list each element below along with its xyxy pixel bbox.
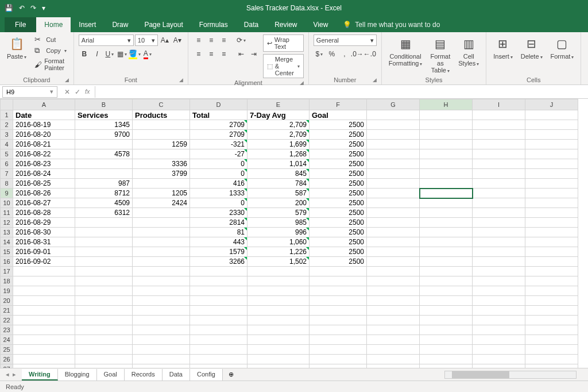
- cell-J16[interactable]: [525, 257, 578, 267]
- cell-C18[interactable]: [133, 276, 190, 286]
- cell-E27[interactable]: [247, 364, 310, 368]
- cell-A21[interactable]: [13, 306, 75, 316]
- cell-I19[interactable]: [473, 286, 525, 296]
- column-header-H[interactable]: H: [420, 99, 473, 110]
- align-right-button[interactable]: ≡: [218, 48, 230, 60]
- cell-E20[interactable]: [247, 296, 310, 306]
- autosum-button[interactable]: ΣAuto: [586, 34, 588, 44]
- align-top-button[interactable]: ≡: [193, 34, 204, 46]
- cell-G24[interactable]: [367, 335, 420, 345]
- cell-B21[interactable]: [75, 306, 133, 316]
- row-header-2[interactable]: 2: [1, 120, 13, 130]
- cell-E5[interactable]: 1,268: [247, 149, 310, 159]
- row-header-23[interactable]: 23: [1, 325, 13, 335]
- cell-D16[interactable]: 3266: [190, 257, 247, 267]
- cell-F11[interactable]: 2500: [310, 208, 367, 218]
- cell-J27[interactable]: [525, 364, 578, 368]
- cell-J11[interactable]: [525, 208, 578, 218]
- row-header-1[interactable]: 1: [1, 110, 13, 120]
- cell-A7[interactable]: 2016-08-24: [13, 169, 75, 179]
- cell-H19[interactable]: [420, 286, 473, 296]
- cell-H22[interactable]: [420, 316, 473, 325]
- cell-F8[interactable]: 2500: [310, 179, 367, 189]
- cell-H12[interactable]: [420, 218, 473, 228]
- cell-D9[interactable]: 1333: [190, 189, 247, 198]
- cell-B11[interactable]: 6312: [75, 208, 133, 218]
- cell-F21[interactable]: [310, 306, 367, 316]
- cell-B25[interactable]: [75, 345, 133, 355]
- cell-I2[interactable]: [473, 120, 525, 130]
- cell-C4[interactable]: 1259: [133, 140, 190, 149]
- cell-C12[interactable]: [133, 218, 190, 228]
- name-box[interactable]: H9▾: [2, 86, 57, 98]
- cell-G23[interactable]: [367, 325, 420, 335]
- increase-decimal-button[interactable]: .0→: [351, 48, 363, 60]
- cell-E14[interactable]: 1,060: [247, 237, 310, 247]
- cell-I20[interactable]: [473, 296, 525, 306]
- cell-E10[interactable]: 200: [247, 198, 310, 208]
- cell-A24[interactable]: [13, 335, 75, 345]
- cell-B16[interactable]: [75, 257, 133, 267]
- cell-E13[interactable]: 996: [247, 228, 310, 237]
- row-header-10[interactable]: 10: [1, 198, 13, 208]
- cell-F13[interactable]: 2500: [310, 228, 367, 237]
- cell-F4[interactable]: 2500: [310, 140, 367, 149]
- cell-I3[interactable]: [473, 130, 525, 140]
- cell-I25[interactable]: [473, 345, 525, 355]
- cell-E6[interactable]: 1,014: [247, 159, 310, 169]
- cell-H1[interactable]: [420, 110, 473, 120]
- cell-J2[interactable]: [525, 120, 578, 130]
- cell-G19[interactable]: [367, 286, 420, 296]
- cell-F1[interactable]: Goal: [310, 110, 367, 120]
- font-color-button[interactable]: A: [142, 48, 153, 60]
- cell-C22[interactable]: [133, 316, 190, 325]
- number-launcher[interactable]: ◢: [373, 77, 377, 83]
- font-size-combo[interactable]: 10▾: [135, 34, 158, 46]
- cell-J3[interactable]: [525, 130, 578, 140]
- cell-B4[interactable]: [75, 140, 133, 149]
- cell-B18[interactable]: [75, 276, 133, 286]
- cell-B8[interactable]: 987: [75, 179, 133, 189]
- cell-G4[interactable]: [367, 140, 420, 149]
- cell-C25[interactable]: [133, 345, 190, 355]
- merge-center-button[interactable]: ⬚Merge & Center: [263, 54, 304, 78]
- cell-H6[interactable]: [420, 159, 473, 169]
- cell-F16[interactable]: 2500: [310, 257, 367, 267]
- cell-D4[interactable]: -321: [190, 140, 247, 149]
- cell-I22[interactable]: [473, 316, 525, 325]
- cell-C2[interactable]: [133, 120, 190, 130]
- cell-E17[interactable]: [247, 267, 310, 276]
- cell-D18[interactable]: [190, 276, 247, 286]
- cell-B6[interactable]: [75, 159, 133, 169]
- bold-button[interactable]: B: [79, 48, 90, 60]
- cell-F26[interactable]: [310, 355, 367, 364]
- cell-H21[interactable]: [420, 306, 473, 316]
- copy-button[interactable]: ⧉Copy: [32, 45, 69, 56]
- cell-F3[interactable]: 2500: [310, 130, 367, 140]
- align-center-button[interactable]: ≡: [206, 48, 217, 60]
- row-header-17[interactable]: 17: [1, 267, 13, 276]
- cell-H20[interactable]: [420, 296, 473, 306]
- cell-H26[interactable]: [420, 355, 473, 364]
- save-icon[interactable]: 💾: [5, 4, 13, 12]
- cell-D22[interactable]: [190, 316, 247, 325]
- cell-F10[interactable]: 2500: [310, 198, 367, 208]
- cell-J23[interactable]: [525, 325, 578, 335]
- cell-J6[interactable]: [525, 159, 578, 169]
- cell-H7[interactable]: [420, 169, 473, 179]
- cell-C5[interactable]: [133, 149, 190, 159]
- cell-D11[interactable]: 2330: [190, 208, 247, 218]
- cell-D13[interactable]: 81: [190, 228, 247, 237]
- cell-D15[interactable]: 1579: [190, 247, 247, 257]
- cell-B2[interactable]: 1345: [75, 120, 133, 130]
- horizontal-scrollbar[interactable]: [239, 371, 588, 379]
- cell-C3[interactable]: [133, 130, 190, 140]
- sheet-tab-writing[interactable]: Writing: [22, 369, 58, 381]
- cell-H27[interactable]: [420, 364, 473, 368]
- cell-styles-button[interactable]: ▥Cell Styles: [456, 34, 481, 68]
- tab-page-layout[interactable]: Page Layout: [136, 17, 191, 32]
- cell-H24[interactable]: [420, 335, 473, 345]
- cell-C17[interactable]: [133, 267, 190, 276]
- row-header-11[interactable]: 11: [1, 208, 13, 218]
- cell-G21[interactable]: [367, 306, 420, 316]
